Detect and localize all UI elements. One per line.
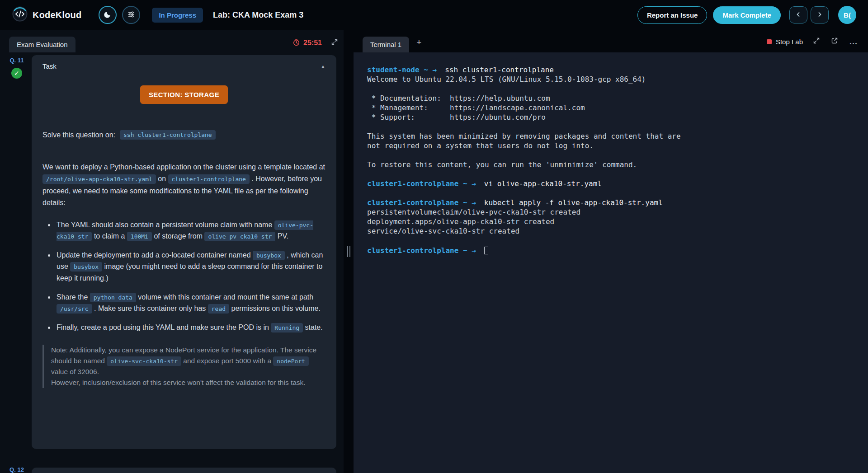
stop-lab-button[interactable]: Stop Lab [767, 38, 803, 46]
terminal-prompt-line: cluster1-controlplane ~ →vi olive-app-ck… [367, 179, 854, 188]
terminal-output-line [367, 122, 854, 131]
terminal-tabbar: Terminal 1 + Stop Lab [354, 30, 868, 52]
drag-grip-icon [347, 246, 350, 257]
check-icon: ✓ [14, 70, 19, 77]
task-title: Task [42, 62, 57, 70]
fullscreen-terminal-button[interactable] [812, 36, 821, 47]
section-storage-label: SECTION: STORAGE [140, 85, 228, 104]
theme-toggle-button[interactable] [99, 6, 117, 24]
terminal-prompt: student-node ~ → [367, 66, 437, 74]
note-paragraph: Note: Additionally, you can expose a Nod… [51, 345, 326, 377]
terminal-output-line: To restore this content, you can run the… [367, 160, 854, 169]
note-block: Note: Additionally, you can expose a Nod… [42, 345, 326, 388]
top-header: KodeKloud In P [0, 0, 868, 30]
inline-code-chip: /root/olive-app-cka10-str.yaml [42, 174, 156, 184]
terminal-output-line: service/olive-svc-cka10-str created [367, 226, 854, 236]
solve-prefix: Solve this question on: [42, 131, 115, 139]
inline-code-chip: python-data [90, 293, 136, 302]
app-root: KodeKloud In P [0, 0, 868, 473]
stop-lab-label: Stop Lab [776, 38, 803, 46]
next-task-card-edge [32, 468, 336, 473]
terminal-output-line: * Management: https://landscape.canonica… [367, 103, 854, 112]
question-complete-check[interactable]: ✓ [11, 68, 22, 79]
terminal-output-line: Welcome to Ubuntu 22.04.5 LTS (GNU/Linux… [367, 75, 854, 84]
tab-terminal-1[interactable]: Terminal 1 [363, 37, 409, 52]
terminal-prompt: cluster1-controlplane ~ → [367, 179, 476, 188]
terminal-command: kubectl apply -f olive-app-cka10-str.yam… [484, 198, 663, 207]
inline-code-chip: busybox [70, 262, 102, 272]
lab-title: Lab: CKA Mock Exam 3 [213, 10, 303, 20]
terminal-prompt-line: student-node ~ →ssh cluster1-controlplan… [367, 65, 854, 75]
terminal-output-line [367, 150, 854, 160]
open-in-new-window-button[interactable] [830, 36, 839, 47]
exam-panel: Exam Evaluation 25:51 [0, 30, 344, 473]
inline-code-chip: cluster1-controlplane [168, 174, 250, 184]
task-bullet: Finally, create a pod using this YAML an… [55, 322, 326, 333]
inline-code-chip: 100Mi [127, 232, 152, 241]
terminal-prompt-line: cluster1-controlplane ~ → [367, 245, 854, 255]
terminal-output-line: This system has been minimized by removi… [367, 131, 854, 141]
panel-resize-handle[interactable] [344, 30, 354, 473]
chevron-left-icon [795, 11, 802, 19]
expand-icon [813, 37, 820, 46]
question-number-current[interactable]: Q. 11 [9, 57, 24, 64]
kodekloud-logo-icon [12, 6, 28, 24]
terminal-screen[interactable]: student-node ~ →ssh cluster1-controlplan… [354, 52, 868, 473]
terminal-prompt-line: cluster1-controlplane ~ →kubectl apply -… [367, 198, 854, 207]
main-split: Exam Evaluation 25:51 [0, 30, 868, 473]
user-avatar[interactable]: B( [838, 6, 856, 24]
exam-timer: 25:51 [292, 38, 322, 48]
terminal-output-line: * Support: https://ubuntu.com/pro [367, 112, 854, 122]
status-badge: In Progress [152, 8, 203, 23]
ellipsis-icon: … [849, 37, 858, 47]
solve-target-line: Solve this question on: ssh cluster1-con… [42, 130, 326, 140]
collapse-task-button[interactable]: ▲ [321, 64, 326, 69]
ssh-target-chip: ssh cluster1-controlplane [120, 130, 216, 140]
terminal-command: vi olive-app-cka10-str.yaml [484, 179, 602, 188]
question-rail: Q. 11 ✓ Q. 12 [6, 55, 27, 473]
terminal-output-line [367, 169, 854, 179]
expand-exam-panel-button[interactable] [330, 37, 339, 48]
timer-value: 25:51 [303, 39, 322, 47]
inline-code-chip: /usr/src [57, 304, 92, 314]
question-nav-group [789, 6, 829, 23]
chevron-right-icon [816, 11, 823, 19]
inline-code-chip: read [208, 304, 229, 314]
kodekloud-logo-link[interactable]: KodeKloud [12, 6, 81, 24]
moon-icon [104, 10, 112, 20]
terminal-output-line [367, 236, 854, 245]
exam-body: Q. 11 ✓ Q. 12 Task ▲ [6, 52, 344, 473]
lab-outline-button[interactable] [122, 6, 140, 24]
task-intro: We want to deploy a Python-based applica… [42, 161, 326, 209]
inline-code-chip: olive-pv-cka10-str [204, 232, 275, 241]
stopwatch-icon [292, 38, 300, 48]
task-card: Task ▲ SECTION: STORAGE Solve this quest… [32, 55, 336, 449]
add-terminal-button[interactable]: + [415, 37, 422, 48]
report-issue-button[interactable]: Report an Issue [637, 6, 708, 24]
terminal-command: ssh cluster1-controlplane [445, 66, 554, 74]
filter-list-icon [127, 10, 135, 20]
more-options-button[interactable]: … [848, 36, 859, 47]
inline-code-chip: olive-svc-cka10-str [107, 356, 181, 366]
next-question-button[interactable] [811, 6, 829, 23]
terminal-panel: Terminal 1 + Stop Lab [354, 30, 868, 473]
terminal-prompt: cluster1-controlplane ~ → [367, 246, 476, 255]
tab-exam-evaluation[interactable]: Exam Evaluation [9, 37, 75, 52]
terminal-prompt: cluster1-controlplane ~ → [367, 198, 476, 207]
external-link-icon [831, 37, 838, 46]
terminal-output-line: not required on a system that users do n… [367, 141, 854, 150]
task-bullet: Share the python-data volume with this c… [55, 291, 326, 314]
task-bullet: The YAML should also contain a persisten… [55, 219, 326, 242]
task-area: Task ▲ SECTION: STORAGE Solve this quest… [27, 55, 344, 473]
prev-question-button[interactable] [789, 6, 807, 23]
terminal-output-line [367, 188, 854, 198]
expand-icon [331, 38, 338, 47]
terminal-output-line [367, 84, 854, 94]
terminal-output-line: * Documentation: https://help.ubuntu.com [367, 94, 854, 103]
inline-code-chip: Running [271, 323, 303, 333]
terminal-output-line: persistentvolumeclaim/olive-pvc-cka10-st… [367, 207, 854, 217]
exam-tabbar: Exam Evaluation 25:51 [6, 30, 344, 52]
mark-complete-button[interactable]: Mark Complete [713, 6, 781, 24]
question-number-next[interactable]: Q. 12 [9, 466, 24, 473]
inline-code-chip: busybox [253, 251, 285, 260]
